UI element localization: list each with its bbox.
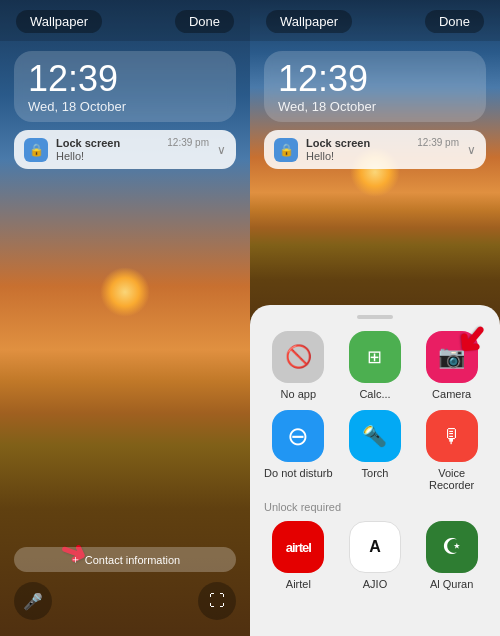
left-clock-widget: 12:39 Wed, 18 October [14,51,236,122]
unlock-required-label: Unlock required [264,501,486,513]
right-notif-title-row: Lock screen 12:39 pm [306,137,459,149]
bottom-icon-row: 🎤 ⛶ [14,582,236,620]
sheet-handle [357,315,393,319]
sheet-item-torch[interactable]: 🔦 Torch [341,410,410,491]
right-notif-message: Hello! [306,150,459,162]
notif-title-row: Lock screen 12:39 pm [56,137,209,149]
calc-icon: ⊞ [349,331,401,383]
sheet-item-no-app[interactable]: 🚫 No app [264,331,333,400]
right-overlay: Wallpaper Done 12:39 Wed, 18 October 🔒 L… [250,0,500,636]
voice-recorder-icon: 🎙 [426,410,478,462]
right-wallpaper-button[interactable]: Wallpaper [266,10,352,33]
left-top-bar: Wallpaper Done [0,0,250,41]
notif-content: Lock screen 12:39 pm Hello! [56,137,209,162]
left-notification[interactable]: 🔒 Lock screen 12:39 pm Hello! ∨ [14,130,236,169]
contact-info-bar[interactable]: ＋ Contact information [14,547,236,572]
voice-shortcut-icon: 🎤 [23,592,43,611]
torch-icon: 🔦 [349,410,401,462]
sheet-grid-row3: airtel Airtel A AJIO ☪ Al Quran [264,521,486,590]
left-overlay: Wallpaper Done 12:39 Wed, 18 October 🔒 L… [0,0,250,636]
right-clock-date: Wed, 18 October [278,99,472,114]
right-notif-title-text: Lock screen [306,137,370,149]
done-button[interactable]: Done [175,10,234,33]
notif-app-icon: 🔒 [24,138,48,162]
sheet-item-dnd[interactable]: ⊖ Do not disturb [264,410,333,491]
contact-info-label: Contact information [85,554,180,566]
airtel-label: Airtel [286,578,311,590]
notif-title-text: Lock screen [56,137,120,149]
torch-label: Torch [362,467,389,479]
right-notif-time: 12:39 pm [417,137,459,149]
right-notif-chevron-icon: ∨ [467,143,476,157]
right-notif-icon: 🔒 [274,138,298,162]
expand-shortcut-btn[interactable]: ⛶ [198,582,236,620]
sheet-grid-row1: 🚫 No app ⊞ Calc... 📷 Camera ⊖ Do not dis… [264,331,486,491]
notif-chevron-icon: ∨ [217,143,226,157]
sheet-item-airtel[interactable]: airtel Airtel [264,521,333,590]
contact-info-plus: ＋ [70,552,81,567]
ajio-label: AJIO [363,578,387,590]
no-app-icon: 🚫 [272,331,324,383]
notif-time: 12:39 pm [167,137,209,149]
voice-recorder-label: Voice Recorder [417,467,486,491]
no-app-label: No app [281,388,316,400]
sheet-item-ajio[interactable]: A AJIO [341,521,410,590]
voice-shortcut-btn[interactable]: 🎤 [14,582,52,620]
ajio-icon: A [349,521,401,573]
left-clock-time: 12:39 [28,61,222,97]
left-clock-date: Wed, 18 October [28,99,222,114]
sheet-item-voice-recorder[interactable]: 🎙 Voice Recorder [417,410,486,491]
camera-label: Camera [432,388,471,400]
left-bottom-area: ＋ Contact information 🎤 ⛶ [0,547,250,636]
airtel-icon: airtel [272,521,324,573]
right-phone-panel: Wallpaper Done 12:39 Wed, 18 October 🔒 L… [250,0,500,636]
notif-message: Hello! [56,150,209,162]
wallpaper-button[interactable]: Wallpaper [16,10,102,33]
right-done-button[interactable]: Done [425,10,484,33]
quran-label: Al Quran [430,578,473,590]
right-clock-time: 12:39 [278,61,472,97]
dnd-icon: ⊖ [272,410,324,462]
left-phone-panel: Wallpaper Done 12:39 Wed, 18 October 🔒 L… [0,0,250,636]
right-notification[interactable]: 🔒 Lock screen 12:39 pm Hello! ∨ [264,130,486,169]
dnd-label: Do not disturb [264,467,332,479]
calc-label: Calc... [359,388,390,400]
right-top-bar: Wallpaper Done [250,0,500,41]
right-notif-content: Lock screen 12:39 pm Hello! [306,137,459,162]
right-clock-widget: 12:39 Wed, 18 October [264,51,486,122]
expand-shortcut-icon: ⛶ [209,592,225,610]
sheet-item-calc[interactable]: ⊞ Calc... [341,331,410,400]
sheet-item-al-quran[interactable]: ☪ Al Quran [417,521,486,590]
quran-icon: ☪ [426,521,478,573]
